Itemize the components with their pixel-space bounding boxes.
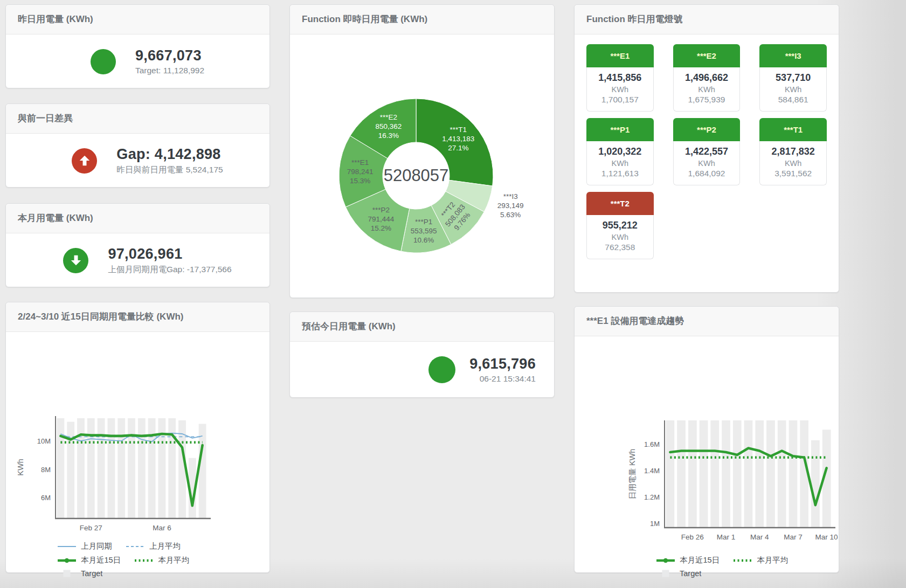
light-tile-name: ***P1 [586,118,654,141]
legend-label: 上月平均 [149,541,181,551]
x-tick-label: Mar 6 [153,524,171,532]
legend-mark-thick-solid [58,557,76,564]
card-diff-prev-day: 與前一日差異 Gap: 4,142,898 昨日與前日用電量 5,524,175 [5,103,270,188]
diff-gap-subtext: 昨日與前日用電量 5,524,175 [116,164,223,176]
status-circle-icon [428,356,455,383]
legend-item-this-month-avg[interactable]: 本月平均 [734,555,788,565]
y-tick-label: 1M [650,520,660,528]
target-bars [57,418,206,518]
x-tick-label: Mar 7 [784,533,803,541]
light-tile-name: ***E1 [586,44,654,67]
legend-row: 本月近15日本月平均 [656,555,839,565]
card-diff-title: 與前一日差異 [6,104,269,134]
donut-label-i3: ***I3293,1495.63% [497,192,524,219]
card-compare-15d: 2/24~3/10 近15日同期用電量比較 (KWh) 10M8M6MFeb 2… [5,302,270,573]
donut-center-total: 5208057 [384,166,449,185]
e1-trend-legend: 本月近15日本月平均Target [656,555,839,578]
light-tile-unit: KWh [762,85,824,94]
diff-gap-value: Gap: 4,142,898 [116,146,223,163]
y-axis-label: 日用電量 KWh [628,449,637,499]
legend-item-last-month-avg[interactable]: 上月平均 [126,541,181,551]
light-tile-p1: ***P11,020,322KWh1,121,613 [586,118,654,185]
legend-item-this-month-15d[interactable]: 本月近15日 [656,555,720,565]
legend-item-target[interactable]: Target [58,569,102,578]
legend-label: 本月近15日 [680,555,720,565]
card-month-title: 本月用電量 (KWh) [6,204,269,233]
light-tile-value: 2,817,832 [762,146,824,157]
legend-mark-thin-dashed [126,543,144,550]
x-tick-label: Feb 26 [681,533,704,541]
legend-label: 本月平均 [757,555,788,565]
light-tile-value: 1,496,662 [676,72,738,84]
light-tile-unit: KWh [589,159,651,168]
light-tile-value: 537,710 [762,72,824,84]
light-tile-body: 1,496,662KWh1,675,939 [673,67,741,112]
light-tile-e1: ***E11,415,856KWh1,700,157 [586,44,654,112]
light-tile-e2: ***E21,496,662KWh1,675,939 [673,44,741,112]
light-tile-secondary: 762,358 [589,243,651,252]
light-tile-value: 955,212 [589,220,651,231]
card-realtime-donut: Function 即時日用電量 (KWh) ***T11,413,18327.1… [289,4,555,298]
target-bars [666,420,831,528]
y-tick-label: 1.2M [644,493,660,501]
y-tick-label: 1.4M [644,467,660,475]
month-usage-gap: 上個月同期用電Gap: -17,377,566 [108,264,231,275]
donut-chart[interactable]: ***T11,413,18327.1%***I3293,1495.63%***T… [290,34,554,296]
legend-row: Target [58,569,269,578]
legend-label: 本月平均 [158,555,189,565]
y-tick-label: 8M [41,466,51,474]
legend-item-last-month-same[interactable]: 上月同期 [58,541,112,551]
legend-item-target[interactable]: Target [656,569,701,578]
light-tile-secondary: 1,700,157 [589,95,651,105]
arrow-up-icon [72,148,97,174]
light-tile-p2: ***P21,422,557KWh1,684,092 [673,118,741,185]
legend-row: 本月近15日本月平均 [58,555,269,565]
light-tile-name: ***T1 [759,118,827,141]
x-tick-label: Mar 4 [750,533,769,541]
legend-label: 上月同期 [81,541,112,551]
estimate-today-value: 9,615,796 [469,356,536,372]
card-yesterday-title: 昨日用電量 (KWh) [6,5,269,34]
light-tile-t1: ***T12,817,832KWh3,591,562 [759,118,827,185]
light-tile-body: 537,710KWh584,861 [759,67,827,112]
legend-label: Target [680,569,701,578]
legend-mark-thin-solid [58,543,76,550]
light-tile-body: 955,212KWh762,358 [586,215,654,259]
card-lights-title: Function 昨日用電燈號 [575,5,839,34]
legend-item-this-month-15d[interactable]: 本月近15日 [58,555,121,565]
compare-15d-legend: 上月同期上月平均本月近15日本月平均Target [58,541,269,578]
light-tile-body: 2,817,832KWh3,591,562 [759,141,827,185]
light-tile-name: ***I3 [759,44,827,67]
y-tick-label: 6M [41,494,51,502]
legend-label: Target [81,569,102,578]
card-estimate-title: 預估今日用電量 (KWh) [290,312,554,342]
card-e1-trend: ***E1 設備用電達成趨勢 1.6M1.4M1.2M1MFeb 26Mar 1… [574,306,839,573]
light-tile-body: 1,422,557KWh1,684,092 [673,141,741,185]
light-tile-secondary: 3,591,562 [762,169,824,178]
light-tile-body: 1,415,856KWh1,700,157 [586,67,654,112]
light-tile-secondary: 1,684,092 [676,169,738,178]
card-month-usage: 本月用電量 (KWh) 97,026,961 上個月同期用電Gap: -17,3… [5,203,270,287]
light-tile-i3: ***I3537,710KWh584,861 [759,44,827,112]
status-circle-icon [91,49,116,74]
legend-mark-thick-dotted [135,557,153,564]
card-donut-title: Function 即時日用電量 (KWh) [290,5,554,34]
light-tile-unit: KWh [676,85,738,94]
light-tile-unit: KWh [589,233,651,241]
light-tile-value: 1,020,322 [589,146,651,157]
legend-mark-thick-dotted [734,557,752,564]
light-tile-secondary: 1,121,613 [589,169,651,178]
lights-grid: ***E11,415,856KWh1,700,157***E21,496,662… [575,34,839,269]
legend-mark-square [58,570,76,577]
compare-15d-chart[interactable]: 10M8M6MFeb 27Mar 6KWh [6,413,269,538]
legend-item-this-month-avg[interactable]: 本月平均 [135,555,189,565]
light-tile-unit: KWh [676,159,738,168]
light-tile-value: 1,422,557 [676,146,738,157]
card-compare-title: 2/24~3/10 近15日同期用電量比較 (KWh) [6,302,269,332]
card-yesterday-usage: 昨日用電量 (KWh) 9,667,073 Target: 11,128,992 [5,4,270,88]
e1-trend-chart[interactable]: 1.6M1.4M1.2M1MFeb 26Mar 1Mar 4Mar 7Mar 1… [575,417,839,552]
x-tick-label: Mar 10 [815,533,838,541]
x-tick-label: Feb 27 [80,524,102,532]
arrow-down-icon [63,248,88,273]
light-tile-unit: KWh [762,159,824,168]
